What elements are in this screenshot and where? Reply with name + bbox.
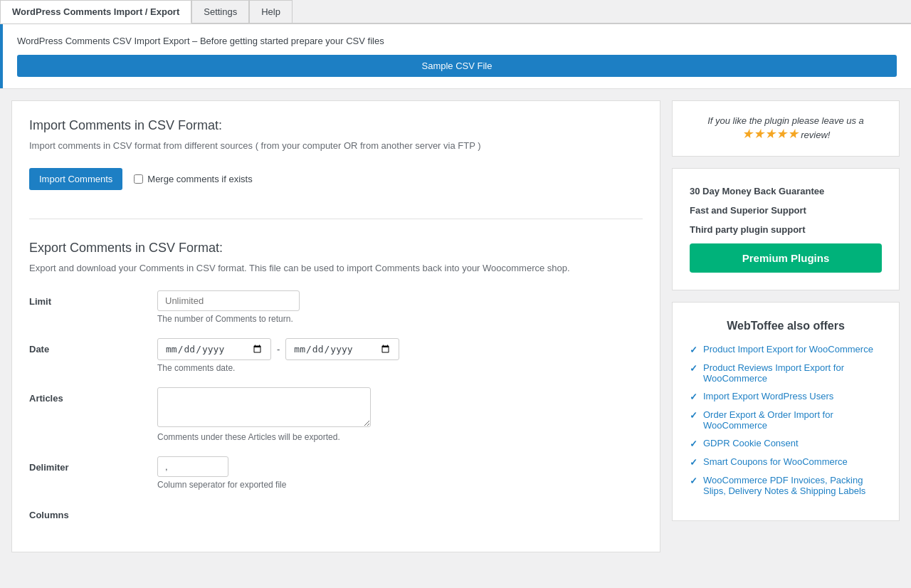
sidebar: If you like the plugin please leave us a…	[672, 100, 900, 521]
premium-plugins-button[interactable]: Premium Plugins	[690, 243, 882, 273]
sample-csv-button[interactable]: Sample CSV File	[17, 55, 897, 77]
date-label: Date	[29, 338, 157, 355]
date-range: -	[157, 338, 643, 360]
columns-group: Columns	[29, 504, 643, 520]
offer-link-0[interactable]: Product Import Export for WooCommerce	[703, 344, 873, 355]
export-section: Export Comments in CSV Format: Export an…	[29, 241, 643, 520]
offer-link-1[interactable]: Product Reviews Import Export for WooCom…	[703, 362, 882, 384]
tab-help[interactable]: Help	[249, 0, 293, 23]
stars-icon: ★★★★★	[742, 127, 799, 141]
tab-bar: WordPress Comments Import / Export Setti…	[0, 0, 911, 23]
check-icon-3: ✓	[690, 410, 697, 421]
check-icon-0: ✓	[690, 345, 697, 355]
notice-text: WordPress Comments CSV Import Export – B…	[17, 36, 897, 46]
check-icon-4: ✓	[690, 439, 697, 449]
articles-field: Comments under these Articles will be ex…	[157, 387, 643, 442]
import-comments-button[interactable]: Import Comments	[29, 168, 122, 190]
offer-item-3: ✓ Order Export & Order Import for WooCom…	[690, 409, 882, 431]
delimiter-hint: Column seperator for exported file	[157, 480, 643, 490]
offer-link-3[interactable]: Order Export & Order Import for WooComme…	[703, 409, 882, 431]
check-icon-6: ✓	[690, 476, 697, 486]
import-title: Import Comments in CSV Format:	[29, 118, 643, 133]
delimiter-label: Delimiter	[29, 456, 157, 473]
offer-item-1: ✓ Product Reviews Import Export for WooC…	[690, 362, 882, 384]
review-text: If you like the plugin please leave us a	[707, 115, 864, 126]
offer-link-5[interactable]: Smart Coupons for WooCommerce	[703, 456, 848, 467]
date-separator: -	[277, 344, 280, 355]
date-hint: The comments date.	[157, 363, 643, 373]
offer-item-6: ✓ WooCommerce PDF Invoices, Packing Slip…	[690, 475, 882, 496]
feature-1: 30 Day Money Back Guarantee	[690, 186, 882, 196]
offer-item-4: ✓ GDPR Cookie Consent	[690, 438, 882, 449]
offer-link-2[interactable]: Import Export WordPress Users	[703, 391, 833, 401]
limit-input[interactable]	[157, 290, 300, 311]
delimiter-group: Delimiter Column seperator for exported …	[29, 456, 643, 490]
merge-checkbox-label[interactable]: Merge comments if exists	[134, 174, 252, 184]
merge-label-text: Merge comments if exists	[147, 174, 252, 184]
import-section: Import Comments in CSV Format: Import co…	[29, 118, 643, 190]
notice-bar: WordPress Comments CSV Import Export – B…	[0, 24, 911, 88]
review-suffix: review!	[801, 130, 830, 140]
features-box: 30 Day Money Back Guarantee Fast and Sup…	[672, 168, 900, 290]
offer-link-4[interactable]: GDPR Cookie Consent	[703, 438, 799, 448]
articles-group: Articles Comments under these Articles w…	[29, 387, 643, 442]
date-field: - The comments date.	[157, 338, 643, 373]
limit-group: Limit The number of Comments to return.	[29, 290, 643, 324]
feature-3: Third party plugin support	[690, 224, 882, 235]
offers-box: WebToffee also offers ✓ Product Import E…	[672, 302, 900, 521]
tab-settings[interactable]: Settings	[191, 0, 249, 23]
articles-label: Articles	[29, 387, 157, 404]
offers-title: WebToffee also offers	[690, 320, 882, 332]
import-desc: Import comments in CSV format from diffe…	[29, 140, 643, 151]
check-icon-2: ✓	[690, 392, 697, 402]
export-desc: Export and download your Comments in CSV…	[29, 263, 643, 273]
check-icon-5: ✓	[690, 457, 697, 468]
merge-checkbox[interactable]	[134, 174, 143, 184]
check-icon-1: ✓	[690, 363, 697, 374]
date-group: Date - The comments date.	[29, 338, 643, 373]
tab-import-export[interactable]: WordPress Comments Import / Export	[0, 0, 191, 23]
offer-item-0: ✓ Product Import Export for WooCommerce	[690, 344, 882, 355]
import-controls: Import Comments Merge comments if exists	[29, 168, 643, 190]
delimiter-field: Column seperator for exported file	[157, 456, 643, 490]
content-area: Import Comments in CSV Format: Import co…	[11, 100, 660, 552]
offer-item-5: ✓ Smart Coupons for WooCommerce	[690, 456, 882, 468]
export-title: Export Comments in CSV Format:	[29, 241, 643, 256]
limit-field: The number of Comments to return.	[157, 290, 643, 324]
date-to-input[interactable]	[285, 338, 399, 360]
offer-link-6[interactable]: WooCommerce PDF Invoices, Packing Slips,…	[703, 475, 882, 496]
review-box: If you like the plugin please leave us a…	[672, 100, 900, 157]
columns-label: Columns	[29, 504, 157, 520]
limit-label: Limit	[29, 290, 157, 307]
feature-2: Fast and Superior Support	[690, 205, 882, 216]
articles-hint: Comments under these Articles will be ex…	[157, 432, 643, 442]
date-from-input[interactable]	[157, 338, 271, 360]
section-divider	[29, 219, 643, 219]
offer-item-2: ✓ Import Export WordPress Users	[690, 391, 882, 402]
articles-textarea[interactable]	[157, 387, 371, 427]
delimiter-input[interactable]	[157, 456, 228, 477]
limit-hint: The number of Comments to return.	[157, 314, 643, 324]
